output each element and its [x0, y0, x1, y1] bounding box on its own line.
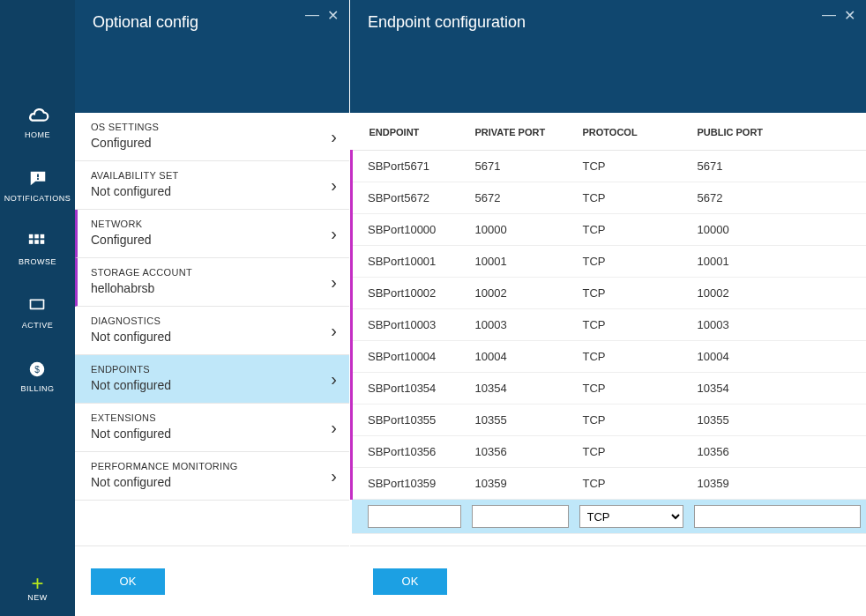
cell-endpoint: SBPort5672 — [352, 182, 467, 214]
blade-footer: OK — [75, 545, 349, 616]
blade-header: Optional config — ✕ — [75, 0, 349, 44]
config-item-label: EXTENSIONS — [91, 412, 335, 423]
config-item[interactable]: PERFORMANCE MONITORINGNot configured› — [75, 452, 349, 501]
cell-public-port: 10000 — [689, 214, 867, 246]
config-item-label: DIAGNOSTICS — [91, 315, 335, 326]
close-icon[interactable]: ✕ — [327, 7, 339, 24]
cell-private-port: 10003 — [467, 309, 574, 341]
blade-subheader — [350, 44, 866, 113]
table-row[interactable]: SBPort1035410354TCP10354 — [352, 373, 867, 404]
cell-protocol: TCP — [574, 436, 689, 468]
ok-button[interactable]: OK — [373, 568, 447, 595]
endpoint-name-input[interactable] — [368, 505, 461, 528]
optional-config-blade: Optional config — ✕ OS SETTINGSConfigure… — [75, 0, 350, 616]
cell-protocol: TCP — [574, 151, 689, 182]
sidebar-item-browse[interactable]: BROWSE — [19, 233, 56, 266]
cell-endpoint: SBPort10354 — [352, 373, 467, 404]
close-icon[interactable]: ✕ — [844, 7, 855, 24]
cell-endpoint: SBPort10004 — [352, 341, 467, 373]
endpoint-config-blade: Endpoint configuration — ✕ ENDPOINT PRIV… — [350, 0, 866, 616]
cell-private-port: 10356 — [467, 436, 574, 468]
config-list: OS SETTINGSConfigured›AVAILABILITY SETNo… — [75, 113, 349, 545]
svg-text:$: $ — [35, 365, 41, 375]
cell-private-port: 10354 — [467, 373, 574, 404]
config-item[interactable]: AVAILABILITY SETNot configured› — [75, 161, 349, 210]
table-row[interactable]: SBPort1000410004TCP10004 — [352, 341, 867, 373]
cell-protocol: TCP — [574, 309, 689, 341]
private-port-input[interactable] — [472, 505, 569, 528]
chevron-right-icon: › — [331, 466, 337, 486]
chevron-right-icon: › — [331, 418, 337, 438]
sidebar-item-active[interactable]: ACTIVE — [22, 296, 54, 330]
table-row[interactable]: SBPort56715671TCP5671 — [352, 151, 867, 182]
chat-alert-icon — [26, 169, 50, 189]
cell-protocol: TCP — [574, 341, 689, 373]
config-item[interactable]: DIAGNOSTICSNot configured› — [75, 307, 349, 355]
config-item-value: Not configured — [91, 378, 335, 392]
config-item-label: OS SETTINGS — [91, 122, 335, 132]
cell-public-port: 10004 — [689, 341, 867, 373]
svg-rect-7 — [41, 240, 45, 244]
endpoint-input-row: TCP — [352, 500, 867, 534]
sidebar-item-notifications[interactable]: NOTIFICATIONS — [4, 169, 71, 203]
config-item-label: AVAILABILITY SET — [91, 170, 335, 181]
column-header-public-port[interactable]: PUBLIC PORT — [689, 113, 867, 151]
sidebar-item-home[interactable]: HOME — [25, 106, 50, 139]
monitor-icon — [25, 296, 49, 315]
sidebar: HOME NOTIFICATIONS BROWSE ACTIVE $ BILLI… — [0, 0, 75, 616]
config-item-label: NETWORK — [91, 219, 335, 229]
config-item[interactable]: EXTENSIONSNot configured› — [75, 404, 349, 452]
table-row[interactable]: SBPort1035610356TCP10356 — [352, 436, 867, 468]
config-item-value: hellohabrsb — [91, 281, 335, 295]
cell-private-port: 5672 — [467, 182, 574, 214]
column-header-protocol[interactable]: PROTOCOL — [574, 113, 689, 151]
protocol-select[interactable]: TCP — [579, 505, 683, 528]
public-port-input[interactable] — [694, 505, 862, 528]
svg-rect-9 — [32, 301, 43, 308]
config-item[interactable]: NETWORKConfigured› — [75, 210, 349, 258]
sidebar-new[interactable]: + NEW — [27, 574, 48, 616]
svg-rect-3 — [35, 234, 40, 239]
cloud-icon — [26, 106, 50, 125]
table-row[interactable]: SBPort1000110001TCP10001 — [352, 246, 867, 278]
cell-protocol: TCP — [574, 468, 689, 500]
table-row[interactable]: SBPort1035510355TCP10355 — [352, 404, 867, 436]
svg-rect-0 — [37, 174, 39, 178]
config-item[interactable]: ENDPOINTSNot configured› — [75, 355, 349, 404]
config-item[interactable]: OS SETTINGSConfigured› — [75, 113, 349, 161]
cell-private-port: 10355 — [467, 404, 574, 436]
svg-rect-2 — [29, 234, 34, 239]
config-item-value: Not configured — [91, 184, 335, 198]
table-row[interactable]: SBPort56725672TCP5672 — [352, 182, 867, 214]
table-row[interactable]: SBPort1000310003TCP10003 — [352, 309, 867, 341]
sidebar-item-billing[interactable]: $ BILLING — [20, 360, 54, 393]
chevron-right-icon: › — [331, 272, 337, 293]
cell-protocol: TCP — [574, 373, 689, 404]
cell-public-port: 10356 — [689, 436, 867, 468]
minimize-icon[interactable]: — — [305, 7, 319, 23]
column-header-endpoint[interactable]: ENDPOINT — [352, 113, 467, 151]
svg-rect-1 — [37, 178, 39, 180]
config-item-label: ENDPOINTS — [91, 364, 335, 375]
svg-rect-6 — [35, 240, 40, 244]
config-item[interactable]: STORAGE ACCOUNThellohabrsb› — [75, 258, 349, 307]
blade-footer: OK — [350, 545, 866, 616]
chevron-right-icon: › — [331, 369, 337, 390]
config-item-value: Configured — [91, 136, 335, 150]
cell-protocol: TCP — [574, 214, 689, 246]
ok-button[interactable]: OK — [91, 568, 165, 595]
cell-endpoint: SBPort10356 — [352, 436, 467, 468]
cell-endpoint: SBPort10001 — [352, 246, 467, 278]
cell-private-port: 10004 — [467, 341, 574, 373]
cell-endpoint: SBPort10002 — [352, 278, 467, 309]
minimize-icon[interactable]: — — [822, 7, 836, 23]
endpoint-table: ENDPOINT PRIVATE PORT PROTOCOL PUBLIC PO… — [350, 113, 866, 534]
blade-title: Optional config — [93, 13, 198, 32]
cell-public-port: 10003 — [689, 309, 867, 341]
table-row[interactable]: SBPort1000010000TCP10000 — [352, 214, 867, 246]
table-row[interactable]: SBPort1035910359TCP10359 — [352, 468, 867, 500]
table-row[interactable]: SBPort1000210002TCP10002 — [352, 278, 867, 309]
svg-rect-4 — [41, 234, 45, 239]
column-header-private-port[interactable]: PRIVATE PORT — [467, 113, 574, 151]
config-item-value: Not configured — [91, 475, 335, 489]
